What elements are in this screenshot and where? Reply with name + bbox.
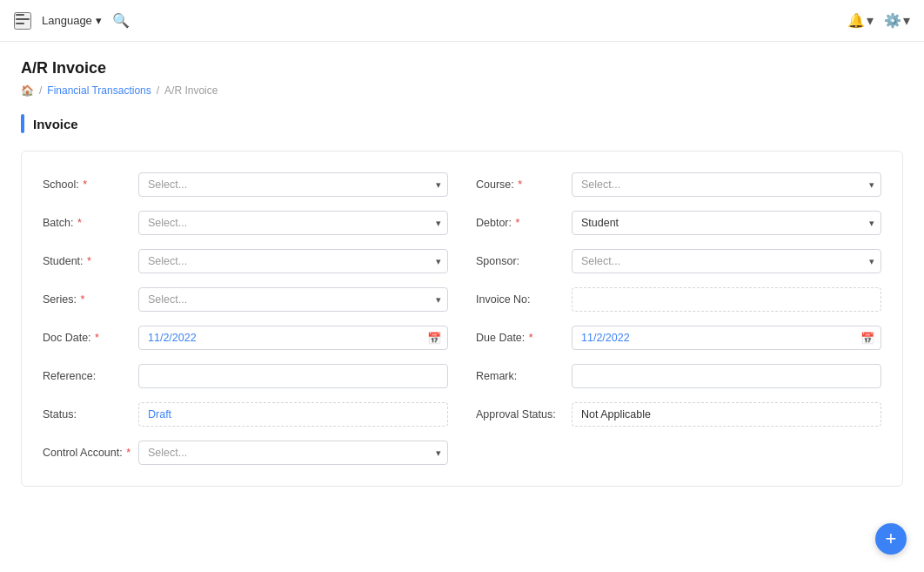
control-account-label: Control Account: * [43,447,138,459]
section-bar [21,114,24,133]
student-label: Student: * [43,255,138,267]
status-value: Draft [138,402,448,427]
language-label: Language [42,14,92,27]
batch-label: Batch: * [43,217,138,229]
sponsor-select[interactable]: Select... [572,249,881,273]
settings-button[interactable]: ⚙️ ▾ [884,12,910,29]
course-select-wrapper: Select... [572,172,881,197]
series-select-wrapper: Select... [138,287,448,312]
batch-select-wrapper: Select... [138,211,448,235]
sponsor-label: Sponsor: [476,255,572,267]
page-title: A/R Invoice [21,59,903,77]
reference-row: Reference: [43,364,448,388]
topbar-right: 🔔 ▾ ⚙️ ▾ [847,12,910,29]
doc-date-label: Doc Date: * [43,332,138,344]
remark-row: Remark: [476,364,881,388]
series-label: Series: * [43,293,138,306]
student-select-wrapper: Select... [138,249,448,273]
doc-date-row: Doc Date: * [43,326,448,350]
approval-status-label: Approval Status: [476,408,572,421]
topbar-left: Language ▾ 🔍 [14,12,130,30]
course-select[interactable]: Select... [572,172,881,197]
debtor-select-wrapper: Student [572,211,881,235]
student-select[interactable]: Select... [138,249,448,273]
due-date-required: * [529,332,533,344]
invoice-no-input[interactable] [572,287,881,312]
due-date-row: Due Date: * [476,326,881,350]
invoice-no-control [572,287,881,312]
remark-control [572,364,881,388]
series-row: Series: * Select... [43,287,448,312]
debtor-label: Debtor: * [476,217,572,229]
debtor-required: * [515,217,519,229]
section-title: Invoice [33,117,78,131]
doc-date-input[interactable] [138,326,448,350]
reference-label: Reference: [43,370,138,382]
school-row: School: * Select... [43,172,448,197]
course-required: * [518,178,522,191]
invoice-no-label: Invoice No: [476,293,572,306]
control-account-select-wrapper: Select... [138,441,448,465]
doc-date-required: * [95,332,99,344]
sponsor-select-wrapper: Select... [572,249,881,273]
section-header: Invoice [21,114,903,133]
chevron-down-icon: ▾ [867,12,874,29]
breadcrumb-separator: / [39,84,42,97]
due-date-input[interactable] [572,326,881,350]
school-required: * [83,178,87,191]
control-account-row: Control Account: * Select... [43,441,448,465]
breadcrumb-home[interactable]: 🏠 [21,84,34,97]
search-button[interactable]: 🔍 [112,12,130,29]
chevron-down-icon: ▾ [96,14,102,27]
debtor-select[interactable]: Student [572,211,881,235]
remark-input[interactable] [572,364,881,388]
invoice-no-row: Invoice No: [476,287,881,312]
school-select[interactable]: Select... [138,172,448,197]
remark-label: Remark: [476,370,572,382]
course-row: Course: * Select... [476,172,881,197]
breadcrumb: 🏠 / Financial Transactions / A/R Invoice [21,84,903,97]
main-content: A/R Invoice 🏠 / Financial Transactions /… [0,42,924,504]
breadcrumb-current: A/R Invoice [164,84,218,97]
series-select[interactable]: Select... [138,287,448,312]
sponsor-row: Sponsor: Select... [476,249,881,273]
menu-toggle-button[interactable] [14,12,31,30]
control-account-select[interactable]: Select... [138,441,448,465]
due-date-label: Due Date: * [476,332,572,344]
student-row: Student: * Select... [43,249,448,273]
breadcrumb-separator2: / [157,84,159,97]
language-selector[interactable]: Language ▾ [42,14,102,27]
debtor-row: Debtor: * Student [476,211,881,235]
reference-input[interactable] [138,364,448,388]
school-label: School: * [43,178,138,191]
status-control: Draft [138,402,448,427]
student-required: * [87,255,91,267]
notification-button[interactable]: 🔔 ▾ [847,12,874,29]
school-select-wrapper: Select... [138,172,448,197]
status-row: Status: Draft [43,402,448,427]
chevron-down-icon: ▾ [903,12,910,29]
batch-select[interactable]: Select... [138,211,448,235]
batch-required: * [77,217,82,229]
doc-date-wrapper [138,326,448,350]
breadcrumb-financial-transactions[interactable]: Financial Transactions [47,84,151,97]
due-date-wrapper [572,326,881,350]
status-label: Status: [43,408,138,421]
approval-status-control: Not Applicable [572,402,881,427]
batch-row: Batch: * Select... [43,211,448,235]
form-grid: School: * Select... Course: * Select. [43,172,881,465]
topbar: Language ▾ 🔍 🔔 ▾ ⚙️ ▾ [0,0,924,42]
invoice-form: School: * Select... Course: * Select. [21,151,903,487]
approval-status-value: Not Applicable [572,402,881,427]
bell-icon: 🔔 [847,12,865,29]
series-required: * [80,293,84,306]
approval-status-row: Approval Status: Not Applicable [476,402,881,427]
course-label: Course: * [476,178,572,191]
control-account-required: * [126,447,131,459]
gear-icon: ⚙️ [884,12,901,29]
reference-control [138,364,448,388]
